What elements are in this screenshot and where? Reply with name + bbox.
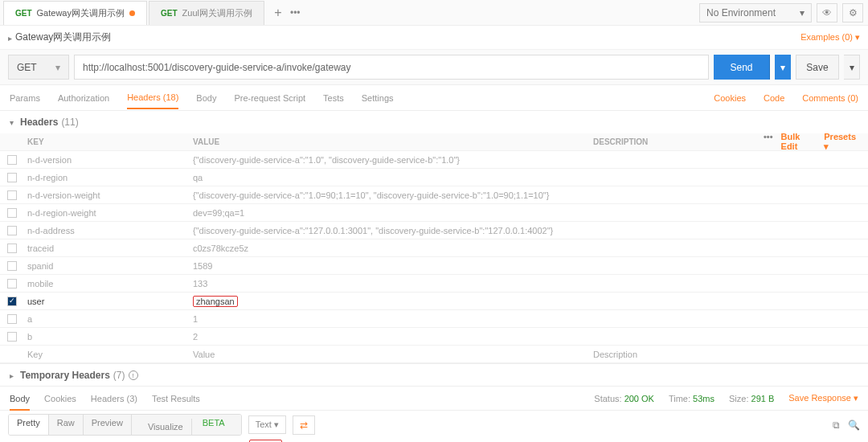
save-button[interactable]: Save — [796, 55, 839, 80]
wrap-icon[interactable]: ⇄ — [293, 415, 315, 435]
eye-icon[interactable]: 👁 — [817, 3, 837, 23]
view-raw[interactable]: Raw — [49, 415, 84, 435]
header-row[interactable]: n-d-version-weight{"discovery-guide-serv… — [0, 186, 868, 204]
tab-headers[interactable]: Headers (18) — [127, 92, 178, 109]
presets-dropdown[interactable]: Presets ▾ — [824, 132, 860, 152]
header-key[interactable]: n-d-region — [24, 173, 193, 182]
response-tab-tests[interactable]: Test Results — [152, 394, 200, 403]
url-input[interactable]: http://localhost:5001/discovery-guide-se… — [74, 55, 709, 80]
bulk-edit-link[interactable]: Bulk Edit — [781, 132, 817, 152]
checkbox[interactable] — [7, 244, 17, 253]
header-value[interactable]: {"discovery-guide-service-a":"1.0=90;1.1… — [193, 190, 593, 200]
header-key[interactable]: n-d-address — [24, 226, 193, 235]
header-row[interactable]: spanid1589 — [0, 257, 868, 275]
view-pretty[interactable]: Pretty — [9, 415, 49, 435]
header-value[interactable]: c0zs78kcze5z — [193, 244, 593, 253]
header-key[interactable]: n-d-version-weight — [24, 190, 193, 200]
header-value[interactable]: zhangsan — [193, 296, 593, 307]
header-value[interactable]: {"discovery-guide-service-a":"127.0.0.1:… — [193, 226, 593, 235]
new-key-input[interactable]: Key — [24, 350, 193, 359]
checkbox[interactable] — [7, 226, 17, 235]
header-value[interactable]: {"discovery-guide-service-a":"1.0", "dis… — [193, 155, 593, 165]
column-description: DESCRIPTION — [593, 137, 764, 146]
header-value[interactable]: 133 — [193, 279, 593, 289]
status-label: Status: 200 OK — [594, 394, 654, 403]
chevron-down-icon[interactable] — [10, 117, 17, 128]
header-row[interactable]: n-d-version{"discovery-guide-service-a":… — [0, 151, 868, 169]
header-key[interactable]: a — [24, 314, 193, 324]
save-dropdown[interactable]: ▾ — [844, 55, 860, 80]
tab-inactive[interactable]: GET Zuul网关调用示例 — [149, 1, 264, 25]
header-key[interactable]: spanid — [24, 261, 193, 271]
examples-dropdown[interactable]: Examples (0) ▾ — [800, 32, 860, 43]
tab-body[interactable]: Body — [196, 93, 216, 103]
checkbox[interactable] — [7, 261, 17, 271]
header-row[interactable]: n-d-regionqa — [0, 169, 868, 186]
chevron-down-icon: ▾ — [55, 62, 60, 73]
new-desc-input[interactable]: Description — [593, 350, 868, 359]
copy-icon[interactable]: ⧉ — [833, 419, 840, 431]
cookies-link[interactable]: Cookies — [714, 93, 746, 103]
checkbox[interactable] — [7, 190, 17, 200]
header-value[interactable]: dev=99;qa=1 — [193, 208, 593, 218]
environment-select[interactable]: No Environment ▾ — [699, 3, 812, 23]
tab-overflow-button[interactable]: ••• — [290, 7, 301, 18]
header-key[interactable]: b — [24, 332, 193, 342]
send-button[interactable]: Send — [714, 55, 770, 80]
expand-icon[interactable] — [8, 32, 15, 43]
save-response-dropdown[interactable]: Save Response ▾ — [788, 393, 858, 403]
tab-title: Gateway网关调用示例 — [37, 7, 125, 19]
header-key[interactable]: n-d-region-weight — [24, 208, 193, 218]
checkbox[interactable] — [7, 208, 17, 218]
temp-headers-title: Temporary Headers — [20, 370, 110, 381]
tab-settings[interactable]: Settings — [362, 93, 394, 103]
header-value[interactable]: qa — [193, 173, 593, 182]
header-key[interactable]: traceid — [24, 244, 193, 253]
info-icon[interactable]: ! — [129, 370, 138, 380]
tab-authorization[interactable]: Authorization — [58, 93, 109, 103]
response-tab-body[interactable]: Body — [10, 394, 30, 403]
view-mode-group: Pretty Raw Preview Visualize BETA — [8, 414, 242, 436]
tab-active[interactable]: GET Gateway网关调用示例 — [3, 1, 147, 25]
send-dropdown[interactable]: ▾ — [775, 55, 791, 80]
gear-icon[interactable]: ⚙ — [842, 3, 863, 23]
code-link[interactable]: Code — [764, 93, 784, 103]
header-value[interactable]: 1 — [193, 314, 593, 324]
checkbox[interactable] — [7, 155, 17, 165]
view-preview[interactable]: Preview — [84, 415, 132, 435]
view-visualize[interactable]: Visualize BETA — [132, 415, 241, 435]
header-row[interactable]: a1 — [0, 310, 868, 328]
tab-title: Zuul网关调用示例 — [182, 7, 252, 19]
checkbox[interactable] — [7, 314, 17, 324]
headers-count: (11) — [61, 117, 78, 128]
new-value-input[interactable]: Value — [193, 350, 593, 359]
header-value[interactable]: 1589 — [193, 261, 593, 271]
header-row[interactable]: mobile133 — [0, 275, 868, 293]
header-row[interactable]: traceidc0zs78kcze5z — [0, 239, 868, 257]
chevron-right-icon[interactable] — [10, 370, 17, 381]
checkbox[interactable] — [7, 332, 17, 342]
method-select[interactable]: GET ▾ — [8, 55, 69, 80]
request-title: Gateway网关调用示例 — [15, 31, 111, 44]
header-row[interactable]: n-d-address{"discovery-guide-service-a":… — [0, 222, 868, 239]
response-tab-headers[interactable]: Headers (3) — [91, 394, 137, 403]
header-row[interactable]: userzhangsan — [0, 293, 868, 310]
format-select[interactable]: Text ▾ — [248, 415, 286, 434]
comments-link[interactable]: Comments (0) — [802, 93, 858, 103]
tab-tests[interactable]: Tests — [323, 93, 344, 103]
tab-prerequest[interactable]: Pre-request Script — [234, 93, 305, 103]
header-key[interactable]: user — [24, 297, 193, 306]
header-key[interactable]: n-d-version — [24, 155, 193, 165]
checkbox[interactable] — [7, 297, 17, 306]
checkbox[interactable] — [7, 173, 17, 182]
bulk-more-icon[interactable]: ••• — [764, 132, 773, 152]
header-key[interactable]: mobile — [24, 279, 193, 289]
tab-params[interactable]: Params — [10, 93, 40, 103]
checkbox[interactable] — [7, 279, 17, 289]
header-value[interactable]: 2 — [193, 332, 593, 342]
header-row[interactable]: b2 — [0, 328, 868, 346]
response-tab-cookies[interactable]: Cookies — [44, 394, 76, 403]
search-icon[interactable]: 🔍 — [848, 419, 860, 431]
header-row[interactable]: n-d-region-weightdev=99;qa=1 — [0, 204, 868, 222]
new-tab-button[interactable]: + — [266, 6, 290, 20]
